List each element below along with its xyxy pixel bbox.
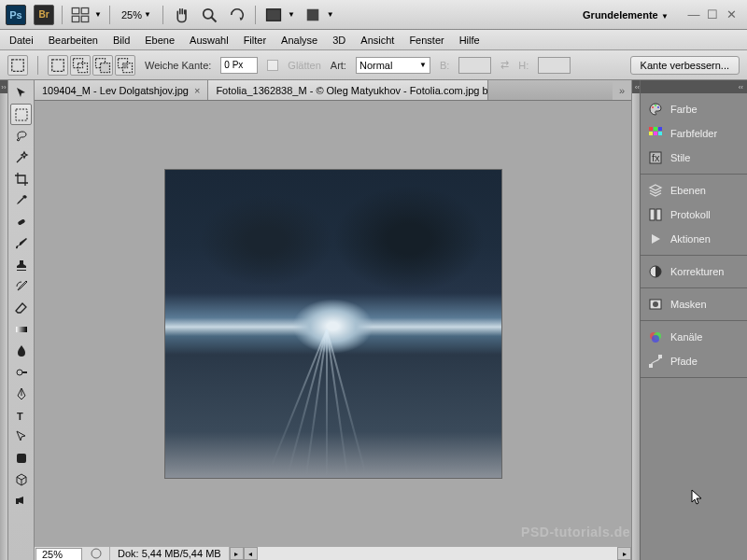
chevron-down-icon: ▼ [327,10,334,19]
horizontal-scrollbar[interactable]: 25% Dok: 5,44 MB/5,44 MB ▸ ◂ ▸ [35,546,631,560]
menu-bild[interactable]: Bild [113,35,130,46]
scroll-left-icon[interactable]: ◂ [244,547,258,560]
subtract-selection-icon[interactable] [92,55,113,76]
panel-masken[interactable]: Masken [641,292,747,316]
width-input [458,57,491,74]
dodge-tool[interactable] [10,361,32,383]
camera-tool[interactable] [10,490,32,511]
intersect-selection-icon[interactable] [115,55,135,76]
width-label: B: [440,60,449,71]
panel-aktionen[interactable]: Aktionen [641,227,747,251]
workspace-label: Grundelemente [583,9,658,21]
panel-farbe[interactable]: Farbe [641,97,747,121]
panel-ebenen[interactable]: Ebenen [641,178,747,203]
menu-datei[interactable]: Datei [9,35,34,46]
paths-icon [648,354,663,369]
workspace-switcher[interactable]: Grundelemente ▼ [575,5,676,25]
panel-kanaele[interactable]: Kanäle [641,325,747,349]
menu-analyse[interactable]: Analyse [281,35,317,46]
status-zoom[interactable]: 25% [35,548,82,560]
panel-stile[interactable]: fxStile [641,146,747,170]
svg-rect-29 [658,127,662,131]
close-icon[interactable]: ✕ [725,8,738,21]
document-tab[interactable]: 109404_M - Lev Dolgatshjov.jpg× [35,80,208,100]
menu-fenster[interactable]: Fenster [409,35,444,46]
swatches-icon [648,126,663,141]
canvas[interactable] [35,101,631,546]
svg-rect-43 [649,364,653,368]
pen-tool[interactable] [10,383,32,404]
shape-tool[interactable] [10,447,32,469]
document-tab[interactable]: Fotolia_1362838_M - © Oleg Matyukhov - F… [208,80,488,100]
crop-tool[interactable] [10,168,32,189]
panel-pfade[interactable]: Pfade [641,349,747,373]
hand-tool-icon[interactable] [171,6,191,24]
menu-ebene[interactable]: Ebene [145,35,175,46]
application-bar: Ps Br ▼ 25% ▼ ▼ ▼ Grundelemente ▼ — ☐ ✕ [0,0,747,30]
refine-edge-button[interactable]: Kante verbessern... [630,56,740,75]
brush-tool[interactable] [10,232,32,254]
eyedropper-tool[interactable] [10,189,32,211]
healing-tool[interactable] [10,211,32,232]
arrange-docs-dropdown[interactable]: ▼ [70,6,102,24]
zoom-dropdown[interactable]: 25% ▼ [118,7,155,22]
play-icon [648,231,663,246]
minimize-icon[interactable]: — [687,8,700,21]
menu-ansicht[interactable]: Ansicht [360,35,394,46]
history-brush-tool[interactable] [10,275,32,297]
blur-tool[interactable] [10,340,32,361]
type-tool[interactable]: T [10,404,32,426]
panel-protokoll[interactable]: Protokoll [641,203,747,227]
svg-rect-3 [81,16,89,21]
extras-dropdown[interactable]: ▼ [303,6,334,24]
styles-icon: fx [648,150,663,165]
svg-point-26 [657,106,659,108]
eraser-tool[interactable] [10,297,32,318]
options-bar: Weiche Kante: Glätten Art: Normal▼ B: ⇄ … [0,50,747,80]
tab-scroll-icon[interactable]: » [613,80,631,100]
rotate-view-icon[interactable] [227,6,247,24]
style-label: Art: [331,60,346,71]
left-dock-collapse[interactable]: ›› [0,80,8,560]
3d-tool[interactable] [10,469,32,490]
chevron-down-icon: ▼ [144,10,151,19]
adjust-icon [648,264,663,279]
move-tool[interactable] [10,82,32,104]
menu-hilfe[interactable]: Hilfe [459,35,480,46]
menu-auswahl[interactable]: Auswahl [190,35,229,46]
bridge-logo-icon[interactable]: Br [34,5,54,25]
zoom-value: 25% [121,9,142,21]
menu-filter[interactable]: Filter [244,35,266,46]
zoom-tool-icon[interactable] [199,6,219,24]
screen-mode-dropdown[interactable]: ▼ [263,6,295,24]
scroll-left-icon[interactable]: ▸ [230,547,244,560]
svg-rect-44 [658,355,662,358]
menu-3d[interactable]: 3D [332,35,345,46]
panel-expand-icon[interactable]: ‹‹ [641,80,747,93]
maximize-icon[interactable]: ☐ [706,8,719,21]
scroll-right-icon[interactable]: ▸ [617,547,631,560]
magic-wand-tool[interactable] [10,147,32,168]
stamp-tool[interactable] [10,254,32,275]
tool-preset-icon[interactable] [7,55,28,76]
style-select[interactable]: Normal▼ [356,57,430,74]
history-icon [648,207,663,222]
close-icon[interactable]: × [194,85,200,96]
gradient-tool[interactable] [10,318,32,340]
ps-logo-icon[interactable]: Ps [6,5,26,25]
new-selection-icon[interactable] [48,55,68,76]
marquee-tool[interactable] [10,104,32,125]
menu-bearbeiten[interactable]: Bearbeiten [49,35,98,46]
add-selection-icon[interactable] [70,55,91,76]
svg-rect-17 [16,109,27,120]
panel-korrekturen[interactable]: Korrekturen [641,259,747,284]
panel-farbfelder[interactable]: Farbfelder [641,121,747,146]
lasso-tool[interactable] [10,125,32,147]
chevron-down-icon: ▼ [94,10,102,19]
path-select-tool[interactable] [10,426,32,447]
height-label: H: [518,60,529,71]
antialias-checkbox [267,60,278,71]
svg-rect-35 [650,209,655,220]
feather-input[interactable] [220,57,258,74]
right-dock-collapse[interactable]: ‹‹ [631,80,640,560]
